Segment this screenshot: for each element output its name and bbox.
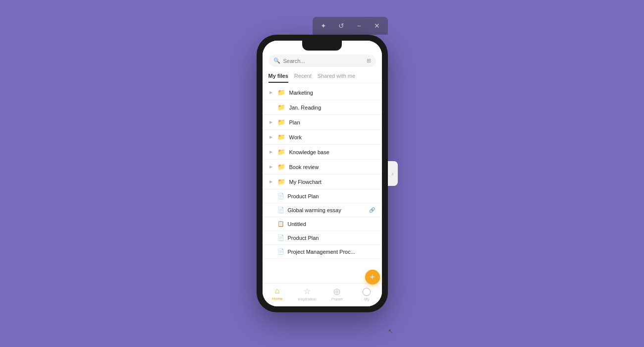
folder-icon: 📁 bbox=[277, 118, 285, 126]
home-icon: ⌂ bbox=[275, 287, 280, 295]
nav-home-label: Home bbox=[272, 296, 282, 301]
document-icon: 📄 bbox=[277, 193, 284, 199]
list-item[interactable]: ▶ 📁 Marketing bbox=[263, 85, 382, 100]
grid-view-icon[interactable]: ⊞ bbox=[367, 58, 371, 64]
share-icon: 🔗 bbox=[369, 207, 375, 213]
file-name: Work bbox=[289, 134, 375, 140]
expand-icon: ▶ bbox=[269, 135, 273, 139]
file-name: My Flowchart bbox=[289, 179, 375, 185]
title-bar: ✦ ↺ − ✕ bbox=[313, 17, 388, 35]
list-item[interactable]: 📄 Project Management Proc... bbox=[263, 245, 382, 259]
list-item[interactable]: ▶ 📁 My Flowchart bbox=[263, 174, 382, 189]
bottom-nav: ⌂ Home ☆ Inspiration ◎ Planet ◯ My bbox=[263, 283, 382, 306]
file-name: Plan bbox=[289, 119, 375, 125]
document-icon: 📄 bbox=[277, 248, 284, 255]
document-icon: 📄 bbox=[277, 207, 284, 213]
list-item[interactable]: ▶ 📁 Knowledge base bbox=[263, 145, 382, 160]
folder-icon: 📁 bbox=[277, 148, 285, 156]
document-icon: 📋 bbox=[277, 221, 284, 227]
list-item[interactable]: 📄 Product Plan bbox=[263, 189, 382, 203]
folder-icon: 📁 bbox=[277, 163, 285, 171]
file-name: Project Management Proc... bbox=[288, 249, 375, 255]
list-item[interactable]: 📄 Product Plan bbox=[263, 231, 382, 245]
file-name: Product Plan bbox=[288, 235, 375, 241]
search-input[interactable] bbox=[283, 58, 364, 64]
list-item[interactable]: 📄 Global warming essay 🔗 bbox=[263, 203, 382, 217]
phone-frame: 🔍 ⊞ My files Recent Shared with me ▶ 📁 M… bbox=[257, 35, 388, 312]
expand-icon: ▶ bbox=[269, 150, 273, 154]
folder-icon: 📁 bbox=[277, 133, 285, 141]
nav-home[interactable]: ⌂ Home bbox=[263, 287, 292, 301]
fab-add-button[interactable]: + bbox=[365, 270, 380, 285]
tab-bar: My files Recent Shared with me bbox=[263, 70, 382, 83]
history-button[interactable]: ↺ bbox=[335, 20, 347, 32]
file-list: ▶ 📁 Marketing 📁 Jan. Reading ▶ 📁 Plan ▶ bbox=[263, 83, 382, 283]
search-icon: 🔍 bbox=[273, 58, 280, 64]
file-name: Marketing bbox=[289, 90, 375, 96]
expand-icon: ▶ bbox=[269, 179, 273, 184]
minimize-button[interactable]: − bbox=[353, 20, 365, 32]
nav-inspiration[interactable]: ☆ Inspiration bbox=[292, 287, 322, 301]
my-icon: ◯ bbox=[362, 287, 371, 296]
app-window: ✦ ↺ − ✕ 🔍 ⊞ My files Recent Shared with … bbox=[257, 35, 388, 312]
list-item[interactable]: ▶ 📁 Book review bbox=[263, 160, 382, 174]
file-name: Untitled bbox=[288, 221, 375, 227]
tab-shared-with-me[interactable]: Shared with me bbox=[318, 73, 355, 83]
tab-my-files[interactable]: My files bbox=[268, 73, 288, 83]
document-icon: 📄 bbox=[277, 234, 284, 241]
list-item[interactable]: 📋 Untitled bbox=[263, 217, 382, 231]
planet-icon: ◎ bbox=[333, 287, 340, 296]
folder-icon: 📁 bbox=[277, 104, 285, 111]
side-handle[interactable]: › bbox=[388, 161, 398, 186]
list-item[interactable]: ▶ 📁 Plan bbox=[263, 115, 382, 130]
expand-icon: ▶ bbox=[269, 90, 273, 95]
file-name: Knowledge base bbox=[289, 149, 375, 155]
expand-icon: ▶ bbox=[269, 120, 273, 124]
nav-inspiration-label: Inspiration bbox=[298, 297, 316, 301]
folder-icon: 📁 bbox=[277, 89, 285, 96]
nav-planet-label: Planet bbox=[331, 297, 343, 301]
file-name: Product Plan bbox=[288, 193, 375, 199]
file-name: Book review bbox=[289, 164, 375, 170]
file-name: Global warming essay bbox=[288, 207, 365, 213]
nav-my-label: My bbox=[364, 297, 370, 301]
close-button[interactable]: ✕ bbox=[371, 20, 383, 32]
phone-screen: 🔍 ⊞ My files Recent Shared with me ▶ 📁 M… bbox=[263, 41, 382, 306]
inspiration-icon: ☆ bbox=[304, 287, 311, 296]
tab-recent[interactable]: Recent bbox=[294, 73, 312, 83]
nav-my[interactable]: ◯ My bbox=[352, 287, 381, 301]
sparkle-button[interactable]: ✦ bbox=[318, 20, 329, 32]
list-item[interactable]: 📁 Jan. Reading bbox=[263, 100, 382, 115]
cursor: ↖ bbox=[388, 327, 393, 332]
folder-icon: 📁 bbox=[277, 178, 285, 185]
file-name: Jan. Reading bbox=[289, 105, 375, 111]
list-item[interactable]: ▶ 📁 Work bbox=[263, 130, 382, 145]
expand-icon: ▶ bbox=[269, 165, 273, 169]
phone-notch bbox=[302, 41, 342, 51]
nav-planet[interactable]: ◎ Planet bbox=[322, 287, 352, 301]
search-box[interactable]: 🔍 ⊞ bbox=[268, 55, 376, 67]
